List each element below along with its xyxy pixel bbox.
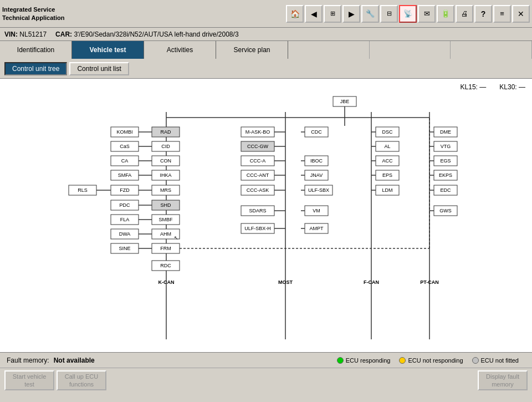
- edc-label: EDC: [440, 187, 451, 193]
- ulf-sbx-label: ULF-SBX: [308, 187, 329, 193]
- tab-identification[interactable]: Identification: [0, 41, 72, 59]
- tab-empty-3: [451, 41, 532, 59]
- legend-dot-green: [337, 357, 344, 364]
- ampt-label: AMPT: [309, 226, 324, 231]
- sdars-label: SDARS: [249, 208, 266, 213]
- ccc-ant-label: CCC-ANT: [247, 172, 269, 178]
- tab-activities[interactable]: Activities: [144, 41, 216, 59]
- tab-vehicle-test[interactable]: Vehicle test: [72, 41, 144, 59]
- pt-can-bus-label: PT-CAN: [420, 279, 439, 285]
- rls-label: RLS: [78, 187, 88, 193]
- ccc-gw-label: CCC-GW: [247, 144, 268, 149]
- start-vehicle-test-button[interactable]: Start vehicle test: [4, 370, 54, 390]
- ulf-sbx-h-label: ULF-SBX-H: [244, 226, 271, 231]
- vin-value: NL51217: [19, 30, 47, 38]
- sine-label: SINE: [119, 246, 130, 251]
- button-row: Start vehicle test Call up ECU functions…: [0, 368, 532, 393]
- nav-tabs: Identification Vehicle test Activities S…: [0, 41, 532, 59]
- call-up-ecu-button[interactable]: Call up ECU functions: [57, 370, 106, 390]
- iboc-label: IBOC: [310, 158, 323, 164]
- wrench-button[interactable]: 🔧: [361, 5, 379, 23]
- print-button[interactable]: 🖨: [456, 5, 473, 23]
- tab-service-plan[interactable]: Service plan: [216, 41, 288, 59]
- shd-label: SHD: [160, 202, 171, 208]
- dwa-label: DWA: [119, 231, 131, 237]
- cas-label: CaS: [120, 144, 130, 149]
- help-button[interactable]: ?: [474, 5, 492, 23]
- dme-label: DME: [440, 129, 451, 135]
- mail-button[interactable]: ✉: [418, 5, 436, 23]
- k-can-bus-label: K-CAN: [158, 279, 175, 285]
- f-can-bus-label: F-CAN: [364, 279, 379, 285]
- car-label: CAR:: [55, 30, 72, 38]
- eps-label: EPS: [382, 172, 392, 178]
- ekps-label: EKPS: [439, 172, 452, 178]
- network-diagram: JBE KOMBI RAD CaS CID CA CON SMFA IHKA: [6, 84, 521, 339]
- legend-dot-yellow: [399, 357, 406, 364]
- copy-button[interactable]: ⊞: [324, 5, 341, 23]
- car-value: 3'/E90/Sedan/328i/N52/AUT/USA left-hand …: [74, 30, 238, 38]
- m-ask-bo-label: M-ASK-BO: [245, 129, 270, 135]
- con-label: CON: [160, 158, 171, 164]
- back-button[interactable]: ◀: [305, 5, 323, 23]
- most-bus-label: MOST: [278, 279, 293, 285]
- vin-bar: VIN: NL51217 CAR: 3'/E90/Sedan/328i/N52/…: [0, 28, 532, 41]
- signal-button[interactable]: 📡: [399, 5, 417, 23]
- cdc-label: CDC: [311, 129, 322, 135]
- legend: ECU responding ECU not responding ECU no…: [308, 357, 525, 364]
- gws-label: GWS: [439, 208, 452, 213]
- battery-button[interactable]: 🔋: [437, 5, 454, 23]
- title-bar: Integrated Service Technical Application…: [0, 0, 532, 28]
- ihka-label: IHKA: [160, 172, 171, 178]
- toolbar: 🏠 ◀ ⊞ ▶ 🔧 ⊟ 📡 ✉ 🔋 🖨 ? ≡ ✕: [286, 5, 530, 23]
- rad-label: RAD: [160, 129, 171, 135]
- fault-row: Fault memory: Not available ECU respondi…: [0, 353, 532, 368]
- sub-tabs: Control unit tree Control unit list: [0, 59, 532, 79]
- acc-label: ACC: [382, 158, 393, 164]
- close-button[interactable]: ✕: [512, 5, 530, 23]
- smfa-label: SMFA: [118, 172, 132, 178]
- rdc-label: RDC: [160, 263, 171, 268]
- legend-dot-gray: [472, 357, 479, 364]
- ca-label: CA: [121, 158, 129, 164]
- al-label: AL: [384, 144, 390, 149]
- dsc-label: DSC: [382, 129, 393, 135]
- fault-memory-value: Not available: [54, 357, 95, 364]
- frm-label: FRM: [160, 246, 171, 251]
- tab-empty-2: [370, 41, 451, 59]
- jnav-label: JNAV: [310, 172, 323, 178]
- vin-label: VIN:: [4, 30, 18, 38]
- jbe-label: JBE: [340, 99, 350, 104]
- tab-empty-1: [288, 41, 370, 59]
- egs-label: EGS: [440, 158, 451, 164]
- sub-tab-control-unit-list[interactable]: Control unit list: [69, 62, 129, 75]
- fla-label: FLA: [120, 217, 130, 222]
- ccc-ask-label: CCC-ASK: [247, 187, 269, 193]
- app-title: Integrated Service Technical Application: [2, 6, 64, 22]
- ahm-label: AHM: [160, 231, 171, 237]
- pdc-label: PDC: [119, 202, 130, 208]
- forward-button[interactable]: ▶: [342, 5, 360, 23]
- fault-memory-label: Fault memory:: [7, 357, 49, 364]
- bottom-bar: Fault memory: Not available ECU respondi…: [0, 352, 532, 402]
- home-button[interactable]: 🏠: [286, 5, 304, 23]
- legend-not-fitted: ECU not fitted: [472, 357, 519, 364]
- cursor-indicator: ↖: [174, 235, 178, 241]
- sub-tab-control-unit-tree[interactable]: Control unit tree: [4, 62, 67, 75]
- vm-label: VM: [313, 208, 320, 213]
- network-button[interactable]: ⊟: [380, 5, 398, 23]
- legend-not-responding: ECU not responding: [399, 357, 463, 364]
- main-content: KL15: — KL30: — JBE KOMBI RAD C: [0, 79, 532, 352]
- ccc-a-label: CCC-A: [250, 158, 266, 164]
- list-button[interactable]: ≡: [493, 5, 511, 23]
- vtg-label: VTG: [441, 144, 451, 149]
- legend-responding: ECU responding: [337, 357, 391, 364]
- fzd-label: FZD: [120, 187, 130, 193]
- cid-label: CID: [161, 144, 170, 149]
- mrs-label: MRS: [160, 187, 171, 193]
- kombi-label: KOMBI: [116, 129, 132, 135]
- display-fault-memory-button[interactable]: Display fault memory: [478, 370, 528, 390]
- smbf-label: SMBF: [158, 217, 173, 222]
- ldm-label: LDM: [382, 187, 392, 193]
